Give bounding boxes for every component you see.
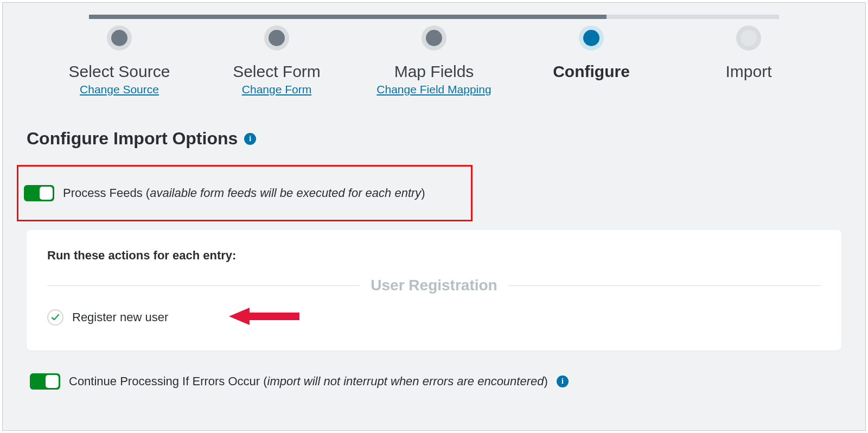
- continue-on-error-toggle[interactable]: [30, 373, 60, 390]
- step-label: Import: [725, 62, 771, 81]
- step-select-source[interactable]: Select Source Change Source: [41, 26, 198, 96]
- step-label: Select Form: [233, 62, 321, 81]
- toggle-knob-icon: [46, 375, 59, 388]
- info-icon[interactable]: i: [244, 133, 256, 145]
- action-register-new-user[interactable]: Register new user: [47, 309, 821, 326]
- step-select-form[interactable]: Select Form Change Form: [198, 26, 355, 96]
- toggle-knob-icon: [40, 187, 53, 200]
- step-circle-icon: [422, 26, 446, 50]
- label-italic: available form feeds will be executed fo…: [150, 186, 421, 200]
- checkmark-icon: [47, 309, 63, 326]
- step-connector: [607, 15, 779, 19]
- step-label: Configure: [553, 62, 630, 81]
- step-label: Map Fields: [394, 62, 474, 81]
- group-divider: User Registration: [47, 277, 821, 294]
- step-circle-icon: [579, 26, 604, 50]
- svg-marker-0: [229, 308, 299, 325]
- step-circle-icon: [107, 26, 132, 50]
- label-prefix: Process Feeds (: [63, 186, 150, 200]
- step-circle-icon: [736, 26, 761, 50]
- change-source-link[interactable]: Change Source: [80, 83, 159, 96]
- info-icon[interactable]: i: [557, 375, 569, 387]
- continue-on-error-label: Continue Processing If Errors Occur (imp…: [69, 374, 548, 389]
- process-feeds-label: Process Feeds (available form feeds will…: [63, 186, 425, 200]
- divider-line: [508, 285, 821, 286]
- label-suffix: ): [544, 374, 548, 388]
- actions-heading: Run these actions for each entry:: [47, 249, 821, 263]
- step-circle-icon: [264, 26, 289, 50]
- section-heading: Configure Import Options i: [27, 129, 841, 149]
- actions-card: Run these actions for each entry: User R…: [27, 230, 841, 351]
- step-connector: [261, 15, 434, 19]
- process-feeds-toggle[interactable]: [24, 185, 54, 201]
- step-connector: [89, 15, 261, 19]
- step-configure[interactable]: Configure: [513, 26, 670, 81]
- wizard-stepper: Select Source Change Source Select Form …: [3, 3, 865, 96]
- annotation-arrow-icon: [229, 305, 299, 329]
- page-frame: Select Source Change Source Select Form …: [2, 2, 866, 431]
- step-label: Select Source: [69, 62, 170, 81]
- action-label: Register new user: [72, 310, 168, 324]
- label-suffix: ): [421, 186, 425, 200]
- group-label: User Registration: [371, 277, 497, 294]
- change-field-mapping-link[interactable]: Change Field Mapping: [376, 83, 491, 96]
- label-italic: import will not interrupt when errors ar…: [267, 374, 544, 388]
- change-form-link[interactable]: Change Form: [242, 83, 311, 96]
- configure-panel: Configure Import Options i Process Feeds…: [3, 96, 865, 397]
- step-connector: [434, 15, 607, 19]
- continue-on-error-row: Continue Processing If Errors Occur (imp…: [27, 366, 841, 397]
- step-import[interactable]: Import: [670, 26, 827, 81]
- section-heading-text: Configure Import Options: [27, 129, 238, 149]
- step-map-fields[interactable]: Map Fields Change Field Mapping: [355, 26, 513, 96]
- process-feeds-row: Process Feeds (available form feeds will…: [17, 165, 473, 221]
- label-prefix: Continue Processing If Errors Occur (: [69, 374, 267, 388]
- divider-line: [47, 285, 360, 286]
